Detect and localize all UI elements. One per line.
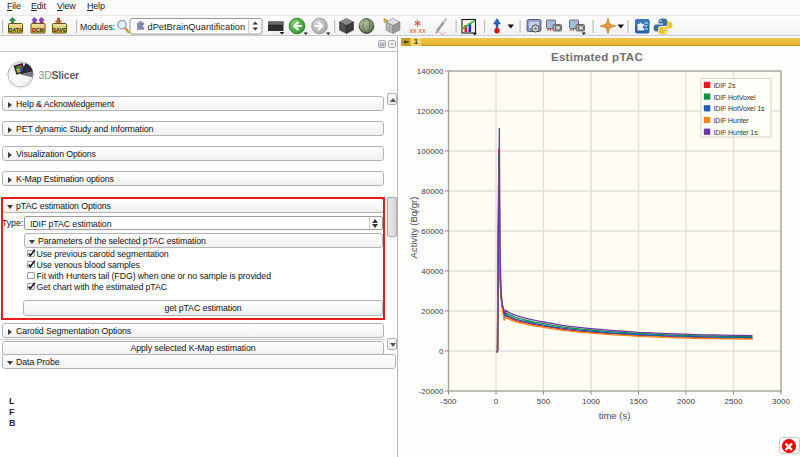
svg-text:XX XX: XX XX: [409, 28, 426, 34]
svg-text:IDIF 2s: IDIF 2s: [714, 82, 736, 90]
svg-text:-20000: -20000: [419, 387, 444, 396]
svg-text:dPetBrainQuantification: dPetBrainQuantification: [148, 22, 246, 32]
svg-text:IDIF Hunter: IDIF Hunter: [714, 117, 750, 125]
svg-text:DATA: DATA: [9, 27, 23, 33]
svg-text:-500: -500: [440, 397, 457, 406]
svg-text:0: 0: [439, 347, 444, 356]
svg-text:20000: 20000: [421, 307, 444, 316]
svg-text:Activity (Bq/gr): Activity (Bq/gr): [408, 197, 419, 259]
svg-text:120000: 120000: [417, 107, 444, 116]
svg-text:60000: 60000: [421, 227, 444, 236]
svg-text:3DSlicer: 3DSlicer: [39, 69, 80, 81]
svg-text:1000: 1000: [582, 397, 600, 406]
svg-text:100000: 100000: [417, 147, 444, 156]
svg-text:40000: 40000: [421, 267, 444, 276]
svg-text:2000: 2000: [677, 397, 695, 406]
svg-text:time (s): time (s): [599, 410, 631, 421]
svg-text:IDIF HotVoxel 1s: IDIF HotVoxel 1s: [714, 105, 765, 113]
svg-text:IDIF Hunter 1s: IDIF Hunter 1s: [714, 129, 759, 137]
svg-text:2500: 2500: [725, 397, 743, 406]
svg-text:500: 500: [537, 397, 551, 406]
svg-text:0: 0: [494, 397, 499, 406]
svg-text:1500: 1500: [630, 397, 648, 406]
svg-text:140000: 140000: [417, 67, 444, 76]
svg-text:80000: 80000: [421, 187, 444, 196]
svg-text:3000: 3000: [772, 397, 790, 406]
svg-text:Estimated pTAC: Estimated pTAC: [551, 51, 643, 63]
svg-text:DCM: DCM: [32, 27, 44, 33]
svg-text:Modules:: Modules:: [80, 22, 115, 32]
svg-text:IDIF HotVoxel: IDIF HotVoxel: [714, 94, 756, 102]
svg-text:SAVE: SAVE: [53, 27, 67, 33]
